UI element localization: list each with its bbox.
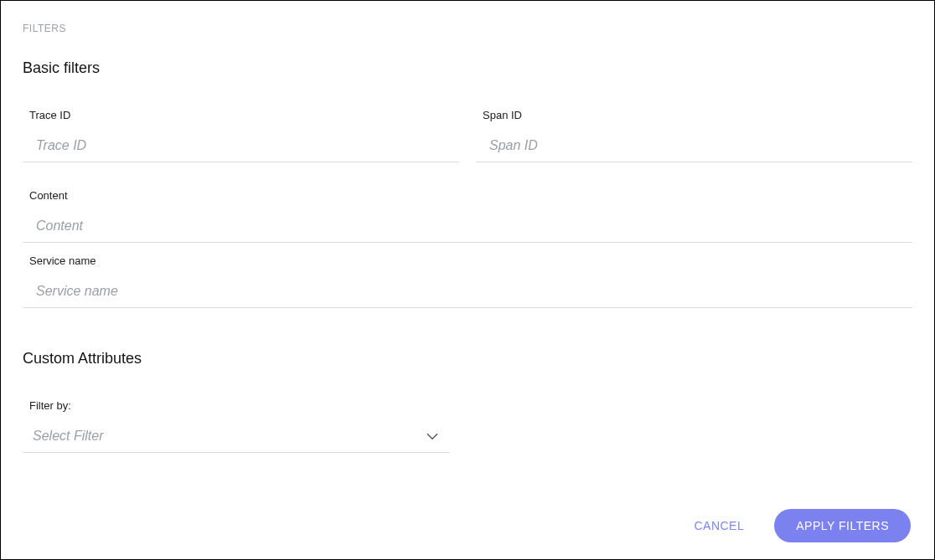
content-label: Content — [23, 189, 912, 202]
cancel-button[interactable]: CANCEL — [690, 511, 747, 541]
content-input[interactable] — [23, 212, 912, 243]
service-name-field: Service name — [23, 254, 912, 308]
row-trace-span: Trace ID Span ID — [23, 109, 912, 162]
span-id-input[interactable] — [476, 131, 912, 162]
content-field: Content — [23, 189, 912, 243]
form-body: Basic filters Trace ID Span ID Content S… — [23, 59, 912, 501]
filters-dialog: FILTERS Basic filters Trace ID Span ID C… — [0, 0, 935, 560]
row-filter-by: Filter by: Select Filter — [23, 399, 912, 453]
filter-by-field: Filter by: Select Filter — [23, 399, 450, 453]
service-name-label: Service name — [23, 254, 912, 267]
trace-id-input[interactable] — [23, 131, 459, 162]
dialog-footer: CANCEL APPLY FILTERS — [23, 501, 912, 542]
span-id-field: Span ID — [476, 109, 912, 162]
row-service-name: Service name — [23, 254, 912, 308]
filter-by-label: Filter by: — [23, 399, 450, 412]
basic-filters-heading: Basic filters — [23, 59, 912, 77]
trace-id-field: Trace ID — [23, 109, 459, 162]
filter-by-select[interactable]: Select Filter — [23, 422, 450, 452]
service-name-input[interactable] — [23, 277, 912, 308]
dialog-title: FILTERS — [23, 23, 912, 34]
trace-id-label: Trace ID — [23, 109, 459, 121]
row-content: Content — [23, 189, 912, 243]
apply-filters-button[interactable]: APPLY FILTERS — [774, 509, 911, 542]
custom-attributes-heading: Custom Attributes — [23, 350, 912, 367]
filter-by-select-wrap[interactable]: Select Filter — [23, 422, 450, 453]
span-id-label: Span ID — [476, 109, 912, 121]
